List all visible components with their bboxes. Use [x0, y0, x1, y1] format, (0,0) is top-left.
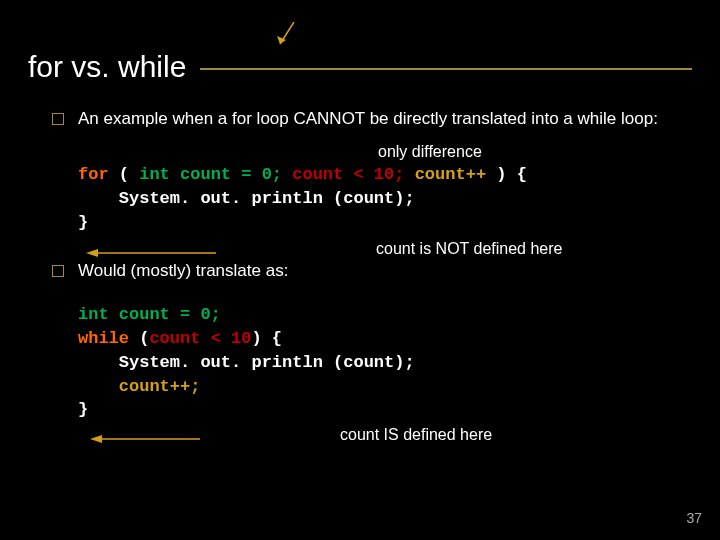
- annotation-is-defined: count IS defined here: [340, 426, 492, 444]
- code-block-while: int count = 0; while (count < 10) { Syst…: [78, 303, 672, 422]
- page-number: 37: [686, 510, 702, 526]
- arrow-down-icon: [276, 22, 298, 52]
- arrow-left-icon: [86, 246, 216, 260]
- bullet-item-2: Would (mostly) translate as:: [52, 260, 692, 283]
- title-row: for vs. while: [28, 50, 692, 84]
- annotation-row-3: count IS defined here: [78, 426, 692, 446]
- bullet-item-1: An example when a for loop CANNOT be dir…: [52, 108, 692, 131]
- cond-lt-10-2: count < 10: [149, 329, 251, 348]
- code-block-for: for ( int count = 0; count < 10; count++…: [78, 163, 672, 234]
- decl-int-count: int count = 0;: [139, 165, 282, 184]
- incr-countpp-2: count++;: [119, 377, 201, 396]
- decl-int-count-2: int count = 0;: [78, 305, 221, 324]
- svg-marker-3: [86, 249, 98, 257]
- annotation-only-difference: only difference: [378, 143, 482, 161]
- arrow-left-icon-2: [90, 432, 200, 446]
- annotation-row-2: count is NOT defined here: [78, 238, 692, 260]
- cond-lt-10: count < 10;: [292, 165, 404, 184]
- incr-countpp: count++: [415, 165, 486, 184]
- title-rule: [200, 68, 692, 70]
- kw-for: for: [78, 165, 109, 184]
- slide: for vs. while An example when a for loop…: [0, 0, 720, 540]
- annotation-row-1: only difference: [78, 143, 692, 161]
- kw-while: while: [78, 329, 129, 348]
- bullet-list: An example when a for loop CANNOT be dir…: [52, 108, 692, 131]
- bullet-list-2: Would (mostly) translate as:: [52, 260, 692, 283]
- slide-title: for vs. while: [28, 50, 186, 84]
- svg-marker-5: [90, 435, 102, 443]
- annotation-not-defined: count is NOT defined here: [376, 240, 562, 258]
